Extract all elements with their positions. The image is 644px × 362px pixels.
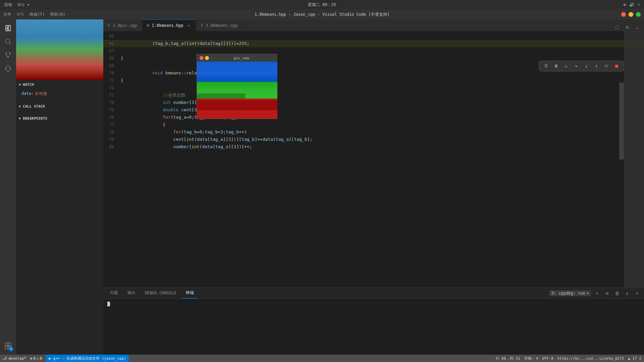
system-bar: 活动 Src ▾ 星期二 09：25 ⊕ 🔊 ⚡: [0, 0, 644, 9]
title-bar: 文件 src 终端(T) 帮助(H) 1.0kmeans.hpp - Jason…: [0, 9, 644, 19]
debug-reload-btn[interactable]: ⟳: [602, 62, 611, 70]
status-branch[interactable]: ⎇ develop*: [3, 356, 26, 361]
call-stack-header[interactable]: ▼ CALL STACK: [16, 102, 103, 111]
watch-label: WATCH: [23, 82, 34, 87]
svg-rect-0: [6, 25, 8, 28]
tab-label-cpp: 1.0kmeans.cpp: [206, 23, 237, 28]
panel-close-btn[interactable]: ×: [633, 289, 641, 297]
panel-terminal-dropdown[interactable]: 3: cppdbg: run ▾: [549, 290, 591, 296]
branch-name: develop*: [8, 356, 26, 361]
window-close-btn[interactable]: [621, 12, 626, 17]
activity-extensions[interactable]: 1: [2, 340, 14, 352]
img-green-region: [197, 82, 277, 99]
breakpoints-header[interactable]: ▼ BREAKPOINTS: [16, 114, 103, 123]
popup-min-btn[interactable]: [205, 56, 209, 60]
image-popup: pic_new: [197, 54, 277, 119]
panel-tabs: 问题 输出 DEBUG CONSOLE 终端 3: cppdbg: run ▾ …: [103, 288, 644, 299]
activity-git[interactable]: [2, 49, 14, 61]
panel-tab-problems[interactable]: 问题: [106, 288, 122, 299]
img-blue-region: [197, 62, 277, 82]
warning-icon: ⚠: [37, 356, 39, 361]
menu-help[interactable]: 帮助(H): [50, 12, 65, 17]
layout-btn[interactable]: ⊞: [623, 23, 631, 31]
img-red-region: [197, 99, 277, 119]
breakpoints-section: ▼ BREAKPOINTS: [16, 114, 103, 123]
tab-kmeans-hpp[interactable]: H 1.0kmeans.hpp ×: [142, 19, 197, 31]
panel-right-actions: 3: cppdbg: run ▾ + ⊞ 🗑 ∧ ×: [549, 289, 641, 297]
code-line-66: 66 (tag_b,tag_a)[int(data[tag][3])]=255;: [103, 40, 644, 47]
sys-icon-network: ⊕: [624, 2, 626, 7]
watch-key: data:: [21, 91, 34, 97]
tab-close-hpp[interactable]: ×: [186, 23, 191, 28]
menu-src[interactable]: src: [17, 12, 24, 17]
debug-restart-btn[interactable]: ↻: [562, 62, 571, 70]
system-bar-right: ⊕ 🔊 ⚡: [624, 2, 640, 7]
tab-icon-cpp2: C: [201, 23, 203, 27]
svg-rect-9: [8, 343, 11, 346]
panel-tab-terminal[interactable]: 终端: [182, 288, 198, 299]
warning-count: 0: [40, 356, 42, 361]
code-editor[interactable]: ⠿ ⏸ ↻ ↷ ↓ ↑ ⟳ ⏹ pic_new: [103, 31, 644, 288]
svg-line-4: [9, 43, 11, 44]
watch-header[interactable]: ▼ WATCH: [16, 80, 103, 89]
more-actions-btn[interactable]: …: [633, 23, 641, 31]
debug-step-out-btn[interactable]: ↑: [592, 62, 601, 70]
tab-label-pic: 1.0pic.cpp: [113, 23, 137, 28]
src-menu[interactable]: Src ▾: [17, 2, 30, 7]
panel-up-btn[interactable]: ∧: [623, 289, 631, 297]
panel-tab-output[interactable]: 输出: [123, 288, 140, 299]
activity-explorer[interactable]: [2, 22, 14, 34]
sidebar-image: [16, 19, 103, 80]
status-errors[interactable]: ⊗ 0 ⚠ 0: [30, 356, 42, 361]
debug-label: g++ - 生成和调试活动文件 (jason_cpp): [53, 356, 126, 361]
watch-content: data: 不可用: [16, 89, 103, 99]
panel-content: [103, 299, 644, 355]
activity-search[interactable]: [2, 36, 14, 48]
popup-title: pic_new: [234, 56, 249, 60]
activity-debug[interactable]: [2, 62, 14, 74]
svg-rect-1: [6, 29, 8, 31]
line-col[interactable]: 行 66，列 31: [496, 356, 520, 361]
call-stack-arrow: ▼: [19, 105, 21, 108]
encoding[interactable]: UTF-8: [542, 356, 553, 361]
status-debug[interactable]: ▶ g++ - 生成和调试活动文件 (jason_cpp): [46, 355, 129, 362]
status-bar: ⎇ develop* ⊗ 0 ⚠ 0 ▶ g++ - 生成和调试活动文件 (ja…: [0, 355, 644, 362]
svg-point-6: [9, 53, 11, 54]
svg-rect-10: [5, 346, 8, 349]
debug-stop-btn[interactable]: ⏹: [612, 62, 621, 70]
svg-rect-2: [8, 25, 10, 31]
panel-add-btn[interactable]: +: [593, 289, 601, 297]
minimap: [624, 31, 644, 288]
position-info: ▲ 17 2: [628, 356, 641, 361]
debug-step-over-btn[interactable]: ↷: [572, 62, 581, 70]
spaces[interactable]: 空格: 4: [524, 356, 538, 361]
window-max-btn[interactable]: [636, 12, 641, 17]
split-editor-btn[interactable]: ⬡: [613, 23, 621, 31]
sys-icon-vol: 🔊: [629, 2, 634, 7]
terminal-cursor: [107, 302, 110, 306]
menu-file[interactable]: 文件: [3, 12, 11, 17]
tab-pic-cpp[interactable]: C 1.0pic.cpp: [103, 19, 142, 31]
tab-icon-hpp: H: [147, 23, 149, 28]
error-icon: ⊗: [30, 356, 33, 361]
panel-delete-btn[interactable]: 🗑: [613, 289, 621, 297]
popup-close-btn[interactable]: [200, 56, 204, 60]
tab-kmeans-cpp[interactable]: C 1.0kmeans.cpp: [196, 19, 243, 31]
sidebar: ▼ WATCH data: 不可用 ▼ CALL STACK ▼ BREAKPO…: [16, 19, 103, 355]
activities-menu[interactable]: 活动: [4, 2, 12, 8]
panel-tab-debug-console[interactable]: DEBUG CONSOLE: [141, 288, 180, 299]
activity-bar: 1: [0, 19, 16, 355]
extensions-badge: 1: [9, 347, 13, 351]
panel-split-btn[interactable]: ⊞: [603, 289, 611, 297]
debug-pause-btn[interactable]: ⏸: [552, 62, 560, 70]
menu-terminal[interactable]: 终端(T): [30, 12, 45, 17]
url-info: https://bc...csd...Line%q_@172: [557, 356, 624, 361]
debug-step-into-btn[interactable]: ↓: [582, 62, 591, 70]
watch-item-data: data: 不可用: [21, 90, 98, 98]
window-min-btn[interactable]: [629, 12, 633, 17]
debug-play-icon: ▶: [49, 356, 51, 361]
svg-rect-8: [5, 343, 8, 346]
scrollbar-thumb[interactable]: [619, 82, 624, 160]
branch-icon: ⎇: [3, 356, 7, 361]
debug-drag-btn[interactable]: ⠿: [542, 62, 550, 70]
